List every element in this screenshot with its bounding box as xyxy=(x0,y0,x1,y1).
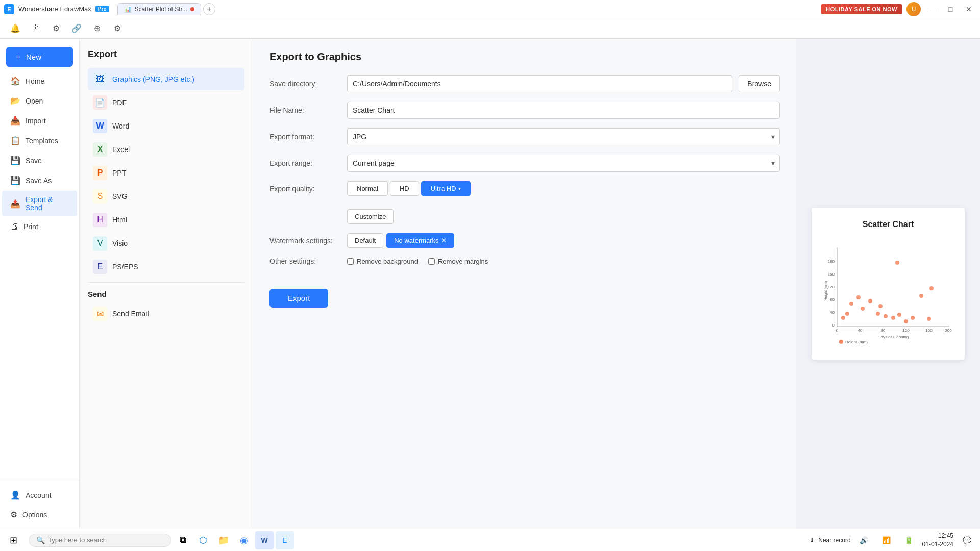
settings-icon[interactable]: ⚙ xyxy=(49,21,63,36)
export-type-pdf[interactable]: 📄 PDF xyxy=(88,91,244,114)
watermark-no-watermarks-button[interactable]: No watermarks ✕ xyxy=(386,233,454,248)
svg-point-18 xyxy=(861,307,865,311)
export-type-visio[interactable]: V Visio xyxy=(88,232,244,255)
sidebar-item-save-as[interactable]: 💾 Save As xyxy=(2,171,77,190)
sidebar-item-export-send[interactable]: 📤 Export & Send xyxy=(2,191,77,216)
other-settings-label: Other settings: xyxy=(270,257,341,265)
export-format-select[interactable]: JPG PNG BMP TIFF GIF xyxy=(347,128,780,145)
export-range-row: Export range: Current page All pages Sel… xyxy=(270,155,780,172)
word-taskbar-icon[interactable]: W xyxy=(255,531,274,549)
sidebar-item-import[interactable]: 📥 Import xyxy=(2,111,77,130)
sidebar-item-options[interactable]: ⚙ Options xyxy=(2,505,77,524)
svg-text:120: 120 xyxy=(828,285,835,289)
network-icon[interactable]: 📶 xyxy=(877,531,896,549)
sidebar-save-as-label: Save As xyxy=(26,177,52,185)
export-type-excel[interactable]: X Excel xyxy=(88,138,244,161)
tab-unsaved-indicator xyxy=(190,7,194,11)
sidebar-item-open[interactable]: 📂 Open xyxy=(2,91,77,110)
notification-icon[interactable]: 🔔 xyxy=(8,21,22,36)
options-icon: ⚙ xyxy=(10,510,17,519)
notifications-taskbar-icon[interactable]: 💬 xyxy=(958,531,976,549)
svg-text:80: 80 xyxy=(830,297,835,302)
browse-button[interactable]: Browse xyxy=(739,75,780,92)
save-icon: 💾 xyxy=(10,156,20,165)
visio-label: Visio xyxy=(112,239,128,247)
graphics-icon: 🖼 xyxy=(93,72,107,86)
add-tab-button[interactable]: + xyxy=(203,3,215,15)
app-branding: E Wondershare EdrawMax Pro xyxy=(4,4,109,14)
watermark-default-button[interactable]: Default xyxy=(347,233,383,248)
chrome-icon[interactable]: ◉ xyxy=(235,531,253,549)
excel-icon: X xyxy=(93,142,107,157)
svg-text:40: 40 xyxy=(830,310,835,315)
sidebar-item-home[interactable]: 🏠 Home xyxy=(2,71,77,90)
export-type-graphics[interactable]: 🖼 Graphics (PNG, JPG etc.) xyxy=(88,68,244,90)
user-avatar[interactable]: U xyxy=(906,2,921,16)
volume-icon[interactable]: 🔊 xyxy=(855,531,873,549)
folder-icon[interactable]: 📁 xyxy=(214,531,233,549)
remove-background-checkbox[interactable]: Remove background xyxy=(347,258,418,265)
sidebar-item-account[interactable]: 👤 Account xyxy=(2,486,77,505)
sidebar-item-templates[interactable]: 📋 Templates xyxy=(2,131,77,150)
holiday-sale-button[interactable]: HOLIDAY SALE ON NOW xyxy=(821,4,902,14)
tab-scatter-plot[interactable]: 📊 Scatter Plot of Str... xyxy=(117,3,201,15)
sidebar-item-save[interactable]: 💾 Save xyxy=(2,151,77,170)
link-icon[interactable]: 🔗 xyxy=(69,21,84,36)
tab-bar: 📊 Scatter Plot of Str... + xyxy=(117,3,215,15)
sidebar-item-print[interactable]: 🖨 Print xyxy=(2,217,77,236)
svg-point-26 xyxy=(911,316,915,320)
export-type-word[interactable]: W Word xyxy=(88,115,244,137)
quality-ultrahd-button[interactable]: Ultra HD ▾ xyxy=(421,181,471,196)
remove-background-input[interactable] xyxy=(347,258,354,265)
sidebar-home-label: Home xyxy=(26,77,44,85)
taskbar-time-display: 12:45 xyxy=(922,532,953,540)
windows-icon[interactable]: ⊞ xyxy=(4,531,22,549)
tab-label: Scatter Plot of Str... xyxy=(135,6,187,13)
remove-margins-input[interactable] xyxy=(428,258,435,265)
task-view-icon[interactable]: ⧉ xyxy=(174,531,192,549)
watermark-label: Watermark settings: xyxy=(270,237,341,245)
html-icon: H xyxy=(93,213,107,227)
taskbar-right: 🌡 Near record 🔊 📶 🔋 12:45 01-01-2024 💬 xyxy=(809,531,976,549)
taskbar-search-input[interactable] xyxy=(48,536,150,544)
new-icon: ＋ xyxy=(14,52,22,62)
config-icon[interactable]: ⚙ xyxy=(110,21,125,36)
export-type-html[interactable]: H Html xyxy=(88,209,244,231)
other-settings-row: Other settings: Remove background Remove… xyxy=(270,257,780,265)
remove-margins-checkbox[interactable]: Remove margins xyxy=(428,258,488,265)
export-range-select[interactable]: Current page All pages Selected xyxy=(347,155,780,172)
export-type-svg[interactable]: S SVG xyxy=(88,185,244,208)
edge-icon[interactable]: ⬡ xyxy=(194,531,212,549)
taskbar-search-bar[interactable]: 🔍 xyxy=(29,534,172,547)
save-as-icon: 💾 xyxy=(10,176,20,185)
export-type-ppt[interactable]: P PPT xyxy=(88,162,244,184)
timer-icon[interactable]: ⏱ xyxy=(29,21,43,36)
file-name-input[interactable] xyxy=(347,102,780,119)
svg-point-16 xyxy=(849,302,853,306)
save-directory-input[interactable] xyxy=(347,75,732,92)
other-settings-group: Remove background Remove margins xyxy=(347,258,780,265)
minimize-button[interactable]: — xyxy=(925,2,939,16)
customize-row: Customize xyxy=(270,205,780,224)
svg-text:200: 200 xyxy=(945,328,952,333)
edraw-taskbar-icon[interactable]: E xyxy=(276,531,294,549)
pseps-icon: E xyxy=(93,260,107,274)
watermark-row: Watermark settings: Default No watermark… xyxy=(270,233,780,248)
svg-point-30 xyxy=(929,286,934,290)
export-button[interactable]: Export xyxy=(270,289,328,308)
quality-hd-button[interactable]: HD xyxy=(390,181,419,196)
chart-svg: 0 40 80 120 160 180 0 40 80 120 160 200 … xyxy=(822,237,954,349)
new-button[interactable]: ＋ New xyxy=(6,47,73,67)
sidebar-templates-label: Templates xyxy=(26,137,58,145)
maximize-button[interactable]: □ xyxy=(943,2,958,16)
export-format-row: Export format: JPG PNG BMP TIFF GIF xyxy=(270,128,780,145)
quality-normal-button[interactable]: Normal xyxy=(347,181,388,196)
add-icon[interactable]: ⊕ xyxy=(90,21,104,36)
customize-button[interactable]: Customize xyxy=(347,209,394,224)
sidebar-export-label: Export & Send xyxy=(26,195,69,212)
export-icon: 📤 xyxy=(10,199,20,209)
export-type-send-email[interactable]: ✉ Send Email xyxy=(88,303,244,325)
export-type-pseps[interactable]: E PS/EPS xyxy=(88,256,244,278)
close-button[interactable]: ✕ xyxy=(962,2,976,16)
battery-icon[interactable]: 🔋 xyxy=(900,531,918,549)
